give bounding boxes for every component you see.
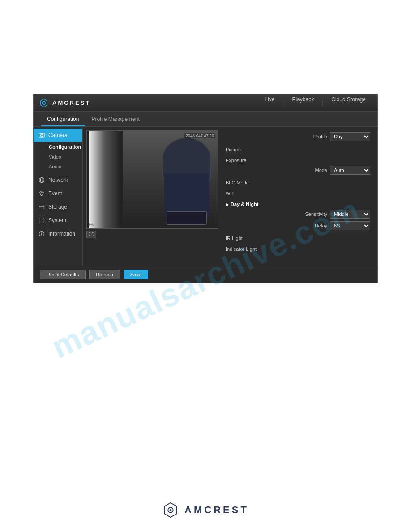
- svg-point-4: [41, 134, 43, 137]
- refresh-button[interactable]: Refresh: [89, 270, 120, 279]
- video-watermark: FA: [89, 222, 94, 227]
- svg-point-17: [41, 232, 42, 233]
- exposure-label: Exposure: [226, 158, 370, 163]
- info-icon: [38, 230, 45, 237]
- picture-label: Picture: [226, 147, 370, 152]
- indicator-label: Indicator Light: [226, 246, 370, 252]
- svg-point-20: [170, 509, 172, 511]
- sidebar-item-information[interactable]: Information: [34, 227, 82, 240]
- sidebar-label-information: Information: [48, 231, 75, 237]
- delay-label: Delay: [300, 223, 327, 228]
- tab-bar: Configuration Profile Management: [34, 112, 377, 127]
- tab-profile-management[interactable]: Profile Management: [85, 113, 146, 126]
- settings-section-blc: BLC Mode: [226, 179, 370, 187]
- settings-section-picture: Picture: [226, 146, 370, 154]
- top-nav: AMCREST Live | Playback | Cloud Storage: [34, 94, 377, 112]
- video-area: 2048-047 47:20 FA ⛶: [86, 130, 218, 262]
- settings-section-indicator: Indicator Light: [226, 245, 370, 253]
- amcrest-logo-icon: [39, 98, 49, 108]
- video-feed-inner: 2048-047 47:20 FA: [87, 131, 218, 228]
- nav-live[interactable]: Live: [258, 94, 281, 112]
- profile-label: Profile: [300, 134, 327, 139]
- settings-section-wb: WB: [226, 189, 370, 197]
- svg-rect-3: [39, 133, 44, 137]
- sidebar-item-camera[interactable]: Camera: [34, 129, 82, 142]
- sidebar-section-camera: Camera Configuration Video Audio: [34, 129, 82, 172]
- settings-section-day-night: ▶ Day & Night Sensitivity Low Middle Hig…: [226, 200, 370, 232]
- settings-row-picture[interactable]: Picture: [226, 146, 370, 154]
- settings-section-ir: IR Light: [226, 234, 370, 242]
- bottom-logo-text: AMCREST: [184, 504, 249, 516]
- video-feed: 2048-047 47:20 FA: [86, 130, 218, 229]
- wb-label: WB: [226, 191, 370, 196]
- network-icon: [38, 176, 45, 184]
- sensitivity-label: Sensitivity: [300, 211, 327, 217]
- svg-point-12: [43, 206, 44, 206]
- settings-mode-row: Mode Auto Manual: [226, 164, 370, 176]
- bottom-bar: Reset Defaults Refresh Save: [34, 266, 377, 283]
- settings-panel: Profile Day Night Normal Picture: [222, 130, 374, 262]
- event-icon: [38, 190, 45, 197]
- app-window: AMCREST Live | Playback | Cloud Storage …: [33, 94, 378, 283]
- sidebar-label-event: Event: [48, 190, 62, 197]
- sidebar-sub-audio[interactable]: Audio: [39, 162, 82, 172]
- sidebar-sub-configuration[interactable]: Configuration: [39, 142, 82, 152]
- nav-cloud-storage[interactable]: Cloud Storage: [325, 94, 372, 112]
- sidebar-sub-video[interactable]: Video: [39, 152, 82, 162]
- app-title: AMCREST: [52, 99, 90, 106]
- reset-defaults-button[interactable]: Reset Defaults: [40, 270, 86, 279]
- sidebar-item-storage[interactable]: Storage: [34, 200, 82, 214]
- nav-playback[interactable]: Playback: [286, 94, 320, 112]
- system-icon: [38, 217, 45, 224]
- settings-delay-row: Delay 2S 4S 6S 8S 10S: [226, 220, 370, 232]
- video-shape-base: [167, 211, 207, 225]
- logo-area: AMCREST: [39, 98, 90, 108]
- nav-links: Live | Playback | Cloud Storage: [258, 94, 372, 112]
- settings-sensitivity-row: Sensitivity Low Middle High: [226, 208, 370, 220]
- main-panel: 2048-047 47:20 FA ⛶ Profile Day: [83, 127, 377, 266]
- svg-point-9: [41, 192, 42, 193]
- settings-row-exposure[interactable]: Exposure: [226, 156, 370, 164]
- camera-icon: [38, 132, 45, 139]
- delay-select[interactable]: 2S 4S 6S 8S 10S: [330, 221, 370, 230]
- sensitivity-select[interactable]: Low Middle High: [330, 210, 370, 219]
- sidebar-item-network[interactable]: Network: [34, 173, 82, 187]
- settings-row-blc[interactable]: BLC Mode: [226, 179, 370, 187]
- svg-rect-14: [40, 219, 43, 222]
- svg-point-2: [43, 102, 45, 103]
- sidebar: Camera Configuration Video Audio: [34, 127, 83, 266]
- sidebar-label-camera: Camera: [48, 132, 68, 138]
- settings-row-wb[interactable]: WB: [226, 189, 370, 197]
- settings-row-indicator[interactable]: Indicator Light: [226, 245, 370, 253]
- expand-arrow-icon: ▶: [226, 202, 229, 207]
- blc-label: BLC Mode: [226, 180, 370, 185]
- mode-select[interactable]: Auto Manual: [330, 166, 370, 175]
- fullscreen-button[interactable]: ⛶: [86, 231, 96, 238]
- profile-select[interactable]: Day Night Normal: [330, 132, 370, 141]
- sidebar-label-system: System: [48, 217, 66, 223]
- sidebar-sub-camera: Configuration Video Audio: [34, 142, 82, 172]
- bottom-amcrest-icon: [162, 502, 179, 519]
- sidebar-item-event[interactable]: Event: [34, 187, 82, 200]
- video-controls: ⛶: [86, 231, 218, 238]
- save-button[interactable]: Save: [124, 270, 148, 279]
- video-timestamp: 2048-047 47:20: [184, 133, 215, 138]
- tab-configuration[interactable]: Configuration: [41, 113, 85, 126]
- profile-row: Profile Day Night Normal: [226, 132, 370, 141]
- sidebar-label-storage: Storage: [48, 204, 67, 210]
- settings-section-exposure: Exposure Mode Auto Manual: [226, 156, 370, 176]
- mode-label: Mode: [300, 167, 327, 173]
- video-light-beam: [89, 131, 120, 228]
- settings-row-ir[interactable]: IR Light: [226, 234, 370, 242]
- ir-label: IR Light: [226, 236, 370, 241]
- content-area: Camera Configuration Video Audio: [34, 127, 377, 266]
- sidebar-item-system[interactable]: System: [34, 214, 82, 227]
- sidebar-label-network: Network: [48, 177, 68, 183]
- storage-icon: [38, 203, 45, 210]
- bottom-logo: AMCREST: [162, 484, 249, 532]
- svg-rect-5: [40, 133, 43, 134]
- day-night-label: Day & Night: [231, 202, 370, 207]
- settings-row-day-night[interactable]: ▶ Day & Night: [226, 200, 370, 208]
